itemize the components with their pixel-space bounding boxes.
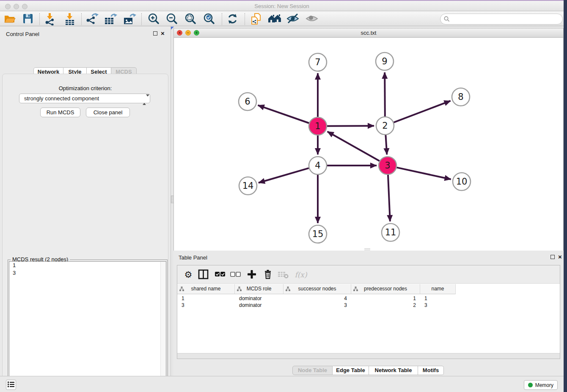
graph-node[interactable]: 1 xyxy=(309,117,327,135)
refresh-icon[interactable] xyxy=(226,13,239,25)
graph-node[interactable]: 7 xyxy=(309,53,327,71)
graph-node[interactable]: 3 xyxy=(379,157,396,174)
result-item[interactable]: 3 xyxy=(9,269,166,277)
criterion-dropdown[interactable]: strongly connected component xyxy=(19,94,150,103)
zoom-in-icon[interactable] xyxy=(147,13,160,25)
deselect-all-icon[interactable] xyxy=(228,268,242,282)
window-resize-grip[interactable] xyxy=(364,248,370,251)
table-row[interactable]: 3 dominator 3 2 3 xyxy=(177,302,456,309)
graph-node-label: 7 xyxy=(315,57,320,67)
graph-node[interactable]: 8 xyxy=(452,88,470,106)
export-network-icon[interactable] xyxy=(85,13,99,25)
task-list-icon[interactable] xyxy=(6,380,16,390)
network-graph: 7968124314101511 xyxy=(174,38,563,251)
close-panel-icon[interactable]: × xyxy=(161,31,165,36)
search-input[interactable] xyxy=(452,16,562,22)
graph-edge[interactable] xyxy=(385,72,385,116)
select-all-icon[interactable] xyxy=(213,268,227,282)
close-panel-button[interactable]: Close panel xyxy=(86,108,130,117)
float-table-panel-icon[interactable] xyxy=(550,255,555,259)
copy-document-icon[interactable] xyxy=(249,13,263,25)
column-header-successor-nodes[interactable]: successor nodes xyxy=(284,284,351,294)
graph-node[interactable]: 6 xyxy=(239,93,256,110)
panel-splitter[interactable] xyxy=(171,26,173,376)
run-mcds-button[interactable]: Run MCDS xyxy=(40,108,80,117)
sort-icon xyxy=(286,287,290,291)
cell-shared-name[interactable]: 3 xyxy=(177,302,235,309)
zoom-selected-icon[interactable] xyxy=(202,13,216,25)
zoom-out-icon[interactable] xyxy=(165,13,179,25)
cell-mcds-role[interactable]: dominator xyxy=(235,295,284,302)
eye-icon[interactable] xyxy=(305,13,319,25)
search-field[interactable] xyxy=(440,14,563,25)
graph-node[interactable]: 15 xyxy=(309,225,327,243)
tab-network-table[interactable]: Network Table xyxy=(369,366,418,375)
graph-node-label: 6 xyxy=(245,97,250,107)
mcds-result-box: MCDS result (2 nodes) 1 3 xyxy=(8,259,168,392)
import-table-icon[interactable] xyxy=(63,13,77,25)
cell-successor-nodes[interactable]: 3 xyxy=(284,302,351,309)
graph-edge[interactable] xyxy=(394,101,451,122)
column-header-mcds-role[interactable]: MCDS role xyxy=(235,284,284,294)
network-selected-flag-icon xyxy=(171,27,174,30)
cell-successor-nodes[interactable]: 4 xyxy=(284,295,351,302)
tab-edge-table[interactable]: Edge Table xyxy=(333,366,369,375)
add-row-icon[interactable] xyxy=(245,268,259,282)
home-icon[interactable] xyxy=(267,13,281,25)
result-scrollbar[interactable] xyxy=(160,262,166,392)
network-window-titlebar[interactable]: × − + scc.txt xyxy=(174,28,563,38)
table-hscrollbar[interactable] xyxy=(177,353,560,359)
graph-edge[interactable] xyxy=(388,175,390,221)
mcds-result-list[interactable]: 1 3 xyxy=(9,261,166,392)
graph-edge[interactable] xyxy=(258,105,309,123)
toolbar-separator xyxy=(245,13,245,25)
cell-name[interactable]: 3 xyxy=(420,302,456,309)
graph-node[interactable]: 9 xyxy=(376,52,394,70)
graph-edge[interactable] xyxy=(328,132,380,161)
graph-edge[interactable] xyxy=(385,135,387,155)
graph-node-label: 14 xyxy=(242,181,254,191)
cell-mcds-role[interactable]: dominator xyxy=(235,302,284,309)
sort-icon xyxy=(237,287,242,291)
column-header-predecessor-nodes[interactable]: predecessor nodes xyxy=(351,284,420,294)
graph-node[interactable]: 10 xyxy=(453,173,471,190)
memory-button[interactable]: Memory xyxy=(524,380,558,390)
cell-predecessor-nodes[interactable]: 1 xyxy=(351,295,420,302)
export-image-icon[interactable] xyxy=(123,13,136,25)
graph-node[interactable]: 4 xyxy=(309,157,327,174)
result-item[interactable]: 1 xyxy=(9,262,166,269)
import-network-icon[interactable] xyxy=(43,13,57,25)
graph-edge[interactable] xyxy=(396,168,451,179)
control-panel: Control Panel × Network Style Select MCD… xyxy=(0,26,171,376)
graph-edge[interactable] xyxy=(259,168,309,183)
graph-edge[interactable] xyxy=(327,126,374,126)
cell-name[interactable]: 1 xyxy=(420,295,456,302)
save-icon[interactable] xyxy=(21,13,35,25)
network-canvas[interactable]: 7968124314101511 xyxy=(174,38,563,251)
table-row[interactable]: 1 dominator 4 1 1 xyxy=(177,295,456,302)
graph-node[interactable]: 2 xyxy=(376,117,394,135)
delete-row-icon[interactable] xyxy=(261,268,275,282)
columns-icon[interactable] xyxy=(197,268,210,282)
close-table-panel-icon[interactable]: × xyxy=(558,255,562,259)
gear-icon[interactable]: ⚙ xyxy=(182,268,195,282)
graph-node-label: 2 xyxy=(382,121,388,131)
tab-motifs[interactable]: Motifs xyxy=(418,366,444,375)
export-table-icon[interactable] xyxy=(104,13,117,25)
toolbar-separator xyxy=(222,13,222,25)
open-folder-icon[interactable] xyxy=(3,13,17,25)
tab-node-table[interactable]: Node Table xyxy=(292,366,333,375)
graph-node[interactable]: 11 xyxy=(382,224,399,241)
column-header-shared-name[interactable]: shared name xyxy=(177,284,235,294)
float-panel-icon[interactable] xyxy=(153,31,157,36)
table-panel: Table Panel × ⚙ f(x) xyxy=(173,252,564,376)
column-header-name[interactable]: name xyxy=(420,284,456,294)
criterion-value: strongly connected component xyxy=(24,95,99,102)
toolbar-separator xyxy=(141,13,142,25)
eye-hidden-icon[interactable] xyxy=(286,13,300,25)
toolbar-separator xyxy=(39,13,40,25)
graph-node[interactable]: 14 xyxy=(239,177,257,195)
zoom-fit-icon[interactable] xyxy=(184,13,197,25)
cell-predecessor-nodes[interactable]: 2 xyxy=(351,302,420,309)
cell-shared-name[interactable]: 1 xyxy=(177,295,235,302)
